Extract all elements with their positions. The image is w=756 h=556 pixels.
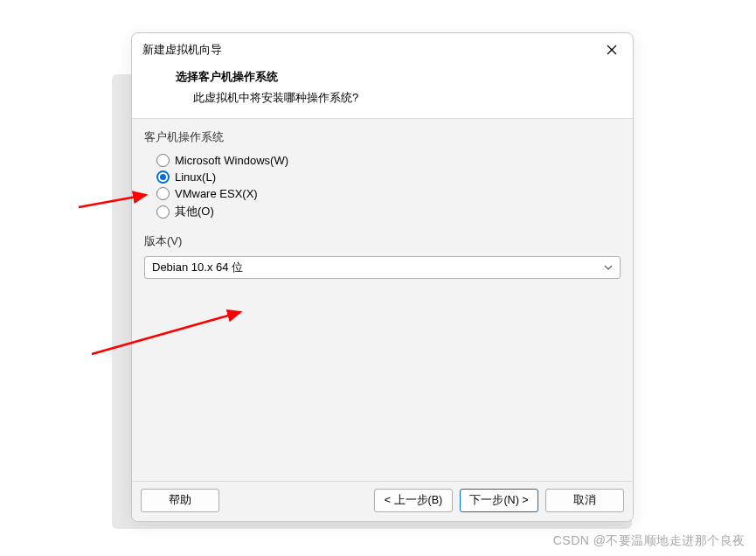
button-label: 下一步(N) > xyxy=(469,493,528,508)
radio-option-linux[interactable]: Linux(L) xyxy=(156,169,621,185)
dialog-title: 新建虚拟机向导 xyxy=(142,42,222,58)
button-label: 帮助 xyxy=(169,493,191,508)
version-select[interactable]: Debian 10.x 64 位 xyxy=(144,256,621,279)
next-button[interactable]: 下一步(N) > xyxy=(460,489,538,512)
watermark-text: CSDN @不要温顺地走进那个良夜 xyxy=(553,533,746,549)
button-label: 取消 xyxy=(573,493,596,508)
radio-label: Linux(L) xyxy=(175,170,216,184)
titlebar: 新建虚拟机向导 xyxy=(132,33,633,66)
radio-icon xyxy=(156,205,170,219)
radio-icon xyxy=(156,154,170,167)
radio-label: VMware ESX(X) xyxy=(175,187,258,200)
button-label: < 上一步(B) xyxy=(385,493,442,508)
dialog-header: 选择客户机操作系统 此虚拟机中将安装哪种操作系统? xyxy=(132,66,633,119)
close-icon xyxy=(607,45,617,55)
header-subtitle: 此虚拟机中将安装哪种操作系统? xyxy=(176,90,619,106)
os-radio-group: Microsoft Windows(W) Linux(L) VMware ESX… xyxy=(144,150,621,232)
header-title: 选择客户机操作系统 xyxy=(176,69,619,85)
wizard-dialog: 新建虚拟机向导 选择客户机操作系统 此虚拟机中将安装哪种操作系统? 客户机操作系… xyxy=(131,32,634,522)
radio-option-other[interactable]: 其他(O) xyxy=(156,202,621,221)
version-section: 版本(V) Debian 10.x 64 位 xyxy=(144,233,621,279)
os-section-label: 客户机操作系统 xyxy=(144,129,621,145)
radio-option-vmware-esx[interactable]: VMware ESX(X) xyxy=(156,185,621,202)
radio-icon xyxy=(156,187,170,200)
radio-dot-icon xyxy=(160,174,166,180)
radio-label: 其他(O) xyxy=(175,204,214,219)
radio-label: Microsoft Windows(W) xyxy=(175,154,288,167)
radio-icon xyxy=(156,170,170,184)
back-button[interactable]: < 上一步(B) xyxy=(374,489,453,512)
dialog-footer: 帮助 < 上一步(B) 下一步(N) > 取消 xyxy=(132,482,633,521)
dialog-content: 客户机操作系统 Microsoft Windows(W) Linux(L) VM… xyxy=(132,119,633,482)
close-button[interactable] xyxy=(601,39,622,60)
radio-option-windows[interactable]: Microsoft Windows(W) xyxy=(156,152,621,169)
version-label: 版本(V) xyxy=(144,233,621,249)
cancel-button[interactable]: 取消 xyxy=(545,489,624,512)
help-button[interactable]: 帮助 xyxy=(141,489,219,512)
chevron-down-icon xyxy=(604,261,613,275)
version-selected-text: Debian 10.x 64 位 xyxy=(152,260,243,275)
